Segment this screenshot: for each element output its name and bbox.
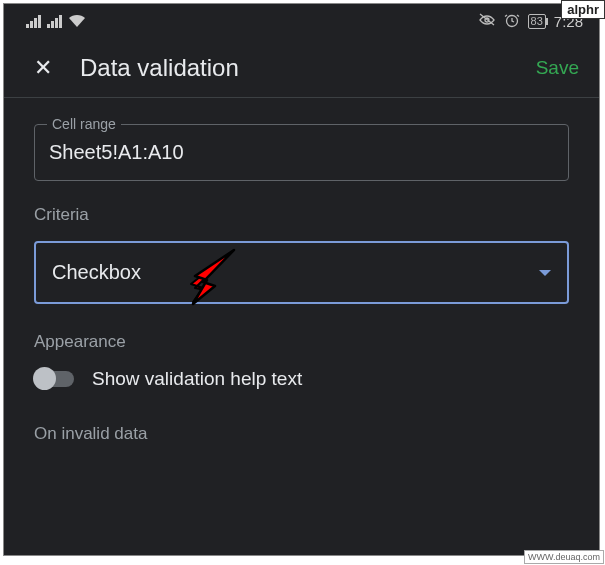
watermark-alphr: alphr bbox=[561, 0, 605, 19]
criteria-label: Criteria bbox=[34, 205, 569, 225]
wifi-icon bbox=[68, 14, 86, 28]
signal-icon-2 bbox=[47, 15, 62, 28]
eye-icon bbox=[478, 13, 496, 30]
alarm-icon bbox=[504, 12, 520, 31]
content: Cell range Criteria Checkbox Appearance … bbox=[4, 98, 599, 444]
cell-range-input[interactable] bbox=[49, 141, 554, 164]
watermark-deuaq: WWW.deuaq.com bbox=[524, 550, 604, 564]
criteria-value: Checkbox bbox=[52, 261, 141, 284]
signal-icon-1 bbox=[26, 15, 41, 28]
app-frame: 83 7:28 ✕ Data validation Save Cell rang… bbox=[3, 3, 600, 556]
cell-range-label: Cell range bbox=[47, 116, 121, 132]
help-text-toggle[interactable] bbox=[34, 371, 74, 387]
battery-icon: 83 bbox=[528, 14, 546, 29]
chevron-down-icon bbox=[539, 270, 551, 276]
toggle-knob bbox=[33, 367, 56, 390]
save-button[interactable]: Save bbox=[536, 57, 579, 79]
close-icon[interactable]: ✕ bbox=[34, 55, 52, 81]
appearance-label: Appearance bbox=[34, 332, 569, 352]
criteria-select[interactable]: Checkbox bbox=[34, 241, 569, 304]
invalid-data-label: On invalid data bbox=[34, 424, 569, 444]
status-bar: 83 7:28 bbox=[4, 4, 599, 38]
help-text-row: Show validation help text bbox=[34, 368, 569, 390]
cell-range-field[interactable]: Cell range bbox=[34, 124, 569, 181]
header: ✕ Data validation Save bbox=[4, 38, 599, 98]
status-left bbox=[26, 14, 86, 28]
page-title: Data validation bbox=[80, 54, 536, 82]
help-text-label: Show validation help text bbox=[92, 368, 302, 390]
